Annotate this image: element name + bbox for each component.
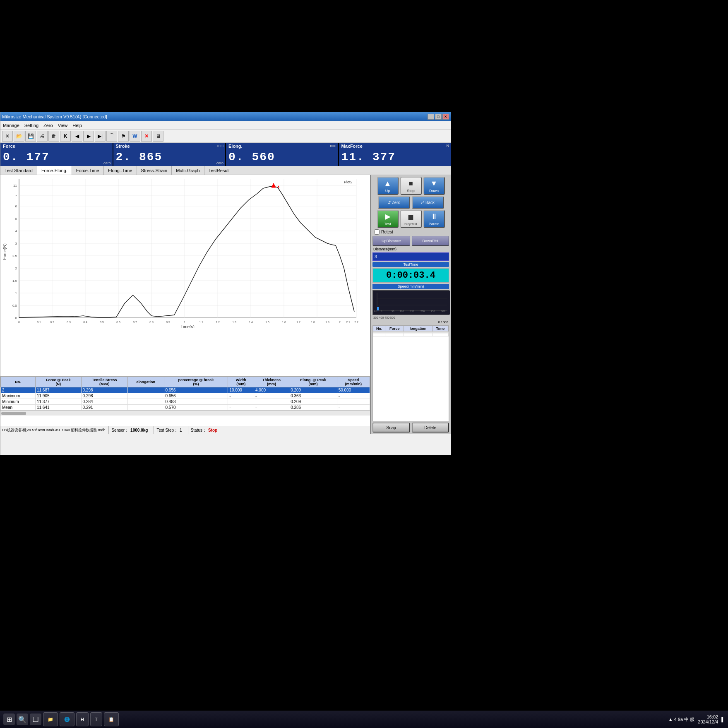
browser-button[interactable]: 🌐 (60, 712, 74, 726)
tab-test-result[interactable]: TestResult (204, 166, 234, 175)
toolbar-btn-print[interactable]: 🖨 (37, 131, 48, 142)
up-icon: ▲ (384, 179, 392, 188)
data-row-max[interactable]: Maximum 11.905 0.298 0.656 - - 0.363 - (1, 393, 370, 399)
show-desktop-button[interactable]: ▌ (721, 717, 725, 722)
up-button[interactable]: ▲ Up (377, 177, 399, 195)
svg-text:4: 4 (15, 229, 17, 233)
downdist-button[interactable]: DownDist (412, 236, 449, 246)
snap-button[interactable]: Snap (372, 423, 410, 432)
menu-zero[interactable]: Zero (43, 123, 53, 128)
retest-checkbox[interactable] (374, 229, 380, 235)
tab-stress-strain[interactable]: Stress-Strain (137, 166, 172, 175)
app-h-button[interactable]: H (76, 712, 89, 726)
toolbar-btn-new[interactable]: ✕ (2, 131, 13, 142)
svg-text:0.6: 0.6 (116, 321, 120, 324)
stop-button[interactable]: ■ Stop (400, 177, 422, 195)
pause-label: Pause (429, 222, 440, 226)
app-t-button[interactable]: T (90, 712, 102, 726)
back-button[interactable]: ⇌ Back (412, 196, 444, 209)
stoptest-button[interactable]: ◼ StopTest (400, 210, 422, 228)
minimize-button[interactable]: – (428, 114, 434, 120)
chart-container: Force(N) 0 0.5 1 1.5 (0, 175, 370, 376)
toolbar-btn-k[interactable]: K (60, 131, 71, 142)
maxforce-value: 11. 377 (341, 149, 449, 165)
svg-text:2.2: 2.2 (354, 321, 358, 324)
sensor-label: Sensor： (111, 428, 129, 433)
file-explorer-button[interactable]: 📁 (43, 712, 58, 726)
document-path: D:\机器设备\机V9.51\TestData\GBT 1040 塑料拉伸数据整… (2, 428, 105, 433)
close-button[interactable]: ✕ (442, 114, 449, 120)
toolbar-btn-prev[interactable]: ◀ (72, 131, 82, 142)
stop-label: Stop (407, 189, 415, 193)
col-width: Width(mm) (228, 377, 254, 387)
data-row-min[interactable]: Minimum 11.377 0.284 0.483 - - 0.209 - (1, 399, 370, 405)
distance-input[interactable] (372, 252, 449, 261)
toolbar-btn-save[interactable]: 💾 (25, 131, 36, 142)
svg-text:0.9: 0.9 (166, 321, 170, 324)
timer-display: 0:00:03.4 (372, 268, 449, 283)
task-view-button[interactable]: ❑ (30, 714, 41, 725)
toolbar-btn-next[interactable]: ▶ (83, 131, 94, 142)
toolbar-btn-delete[interactable]: 🗑 (48, 131, 59, 142)
svg-text:0.2: 0.2 (50, 321, 54, 324)
retest-row: Retest (372, 229, 449, 235)
mini-chart-label-ext: 350 400 450 500 (373, 316, 395, 319)
tab-multi-graph[interactable]: Multi-Graph (172, 166, 204, 175)
toolbar-btn-last[interactable]: ▶| (95, 131, 106, 142)
tab-test-standard[interactable]: Test Standard (0, 166, 37, 175)
data-row-selected[interactable]: 2 11.687 0.298 0.656 10.000 4.000 0.209 … (1, 387, 370, 393)
zero-back-controls: ↺ Zero ⇌ Back (372, 196, 449, 209)
svg-text:1.5: 1.5 (12, 279, 17, 283)
toolbar-btn-word[interactable]: W (130, 131, 140, 142)
svg-text:6: 6 (15, 204, 17, 208)
force-zero: Zero (103, 161, 111, 165)
svg-text:Time(s): Time(s) (180, 324, 195, 328)
menu-help[interactable]: Help (72, 123, 82, 128)
start-button[interactable]: ⊞ (3, 714, 15, 725)
toolbar-btn-flag[interactable]: ⚑ (118, 131, 129, 142)
data-row-mean[interactable]: Mean 11.641 0.291 0.570 - - 0.286 - (1, 405, 370, 411)
tab-force-elong[interactable]: Force-Elong. (37, 166, 72, 175)
snap-row-empty-4 (373, 335, 449, 336)
elong-label: Elong. (228, 144, 336, 149)
elong-panel: Elong. mm 0. 560 (226, 143, 339, 166)
status-label: Status： (191, 428, 207, 433)
svg-text:2.1: 2.1 (346, 321, 350, 324)
down-button[interactable]: ▼ Down (423, 177, 445, 195)
svg-text:▲: ▲ (277, 185, 280, 188)
clock-date: 2024/12/4 (698, 719, 718, 724)
menu-setting[interactable]: Setting (24, 123, 38, 128)
svg-text:0.5: 0.5 (12, 304, 17, 308)
svg-text:0.8: 0.8 (149, 321, 154, 324)
zero-button[interactable]: ↺ Zero (378, 196, 410, 209)
tab-elong-time[interactable]: Elong.-Time (104, 166, 137, 175)
tab-force-time[interactable]: Force-Time (72, 166, 104, 175)
menu-manage[interactable]: Manage (3, 123, 19, 128)
toolbar-btn-calc[interactable]: 🖥 (153, 131, 163, 142)
toolbar-btn-x[interactable]: ✕ (141, 131, 152, 142)
maximize-button[interactable]: □ (435, 114, 442, 120)
toolbar-btn-open[interactable]: 📂 (14, 131, 24, 142)
test-step-label: Test Step： (156, 428, 178, 433)
mini-chart-range-labels: 350 400 450 500 (372, 316, 449, 319)
snap-col-longation: longation (404, 326, 432, 332)
test-step-segment: Test Step： 1 (154, 426, 184, 434)
window-title: Mikrosize Mechanical System V9.51(A) [Co… (2, 114, 107, 119)
svg-text:2: 2 (339, 321, 341, 324)
svg-text:1.3: 1.3 (232, 321, 236, 324)
toolbar-btn-curve[interactable]: ⌒ (106, 131, 117, 142)
svg-text:1: 1 (184, 321, 185, 324)
pause-button[interactable]: ⏸ Pause (423, 210, 445, 228)
test-button[interactable]: ▶ Test (377, 210, 399, 228)
svg-text:0.1: 0.1 (374, 310, 378, 312)
menu-view[interactable]: View (58, 123, 68, 128)
delete-button[interactable]: Delete (412, 423, 449, 432)
updistance-button[interactable]: UpDistance (372, 236, 410, 246)
stroke-zero: Zero (216, 161, 223, 165)
clock: 16:02 2024/12/4 (698, 714, 718, 724)
search-button[interactable]: 🔍 (17, 714, 28, 725)
snap-delete-row: Snap Delete (372, 423, 449, 432)
mini-chart: 0.1 1 50 100 150 200 250 300 (372, 290, 449, 315)
status-value: Stop (208, 428, 217, 432)
app-docs-button[interactable]: 📋 (104, 712, 119, 726)
